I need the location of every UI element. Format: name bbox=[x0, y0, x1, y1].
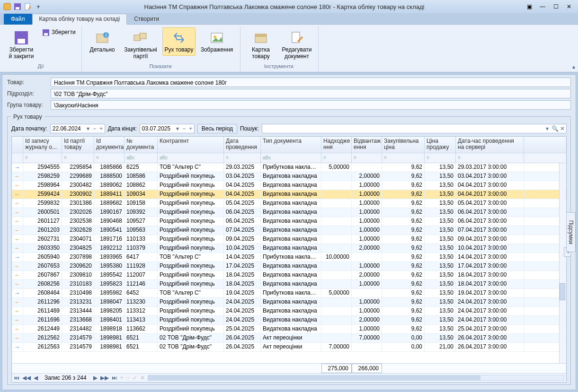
movement-button[interactable]: Рух товару bbox=[162, 27, 196, 56]
arrow-out-icon: ← bbox=[12, 262, 23, 270]
search-icon[interactable]: 🔍 bbox=[551, 125, 559, 132]
nav-first-icon[interactable]: ⏮ bbox=[14, 375, 19, 381]
horizontal-scrollbar[interactable] bbox=[148, 375, 564, 381]
nav-next-icon[interactable]: ▶ bbox=[93, 375, 98, 381]
table-row[interactable]: ←259983223013861889682109158Роздрібний п… bbox=[12, 199, 566, 208]
arrow-out-icon: ← bbox=[12, 199, 23, 208]
table-row[interactable]: ←260112723025381890468109527Роздрібний п… bbox=[12, 217, 566, 226]
search-dropdown-icon[interactable]: ▾ bbox=[543, 125, 551, 132]
column-filter[interactable] bbox=[12, 153, 23, 163]
detail-button[interactable]: iДетально bbox=[86, 27, 119, 56]
save-button[interactable]: Зберегти bbox=[41, 27, 77, 38]
column-header[interactable]: Відвантаж ення bbox=[352, 137, 382, 153]
purchase-batches-button[interactable]: Закупівельні партії bbox=[122, 27, 160, 62]
table-row[interactable]: ←260765323096201895380111928Роздрібний п… bbox=[12, 262, 566, 271]
minimize-icon[interactable]: — bbox=[539, 3, 546, 10]
svg-rect-0 bbox=[4, 3, 10, 10]
column-filter[interactable]: aBc bbox=[158, 153, 224, 163]
column-filter[interactable]: = bbox=[224, 153, 261, 163]
column-header[interactable]: Id партії товару bbox=[62, 137, 94, 153]
table-row[interactable]: →2605940230789818939656417ТОВ "Альтер С"… bbox=[12, 253, 566, 262]
table-row[interactable]: ←261256223145791898981652102 ТОВ "Дрім-Ф… bbox=[12, 334, 566, 343]
edit-document-button[interactable]: Редагувати документ bbox=[280, 27, 313, 62]
column-filter[interactable]: = bbox=[62, 153, 94, 163]
table-row[interactable]: ←260825623101831895823112146Роздрібний п… bbox=[12, 280, 566, 289]
column-header[interactable]: Ціна продажу bbox=[425, 137, 456, 153]
summary-side-tab[interactable]: Підсумки bbox=[566, 212, 576, 252]
date-dropdown-icon[interactable]: ▾ bbox=[174, 125, 181, 132]
product-card-button[interactable]: Картка товару bbox=[244, 27, 277, 62]
column-header[interactable]: Дата-час проведення на сервері bbox=[456, 137, 524, 153]
table-row[interactable]: ←260335023048251892212110379Роздрібний п… bbox=[12, 244, 566, 253]
table-row[interactable]: ←260050123020261890167109392Роздрібний п… bbox=[12, 208, 566, 217]
column-header[interactable]: Закупівельна ціна bbox=[382, 137, 425, 153]
window-title: Насіння ТМ Справжня Полтавська Лакомка с… bbox=[43, 3, 526, 10]
column-filter[interactable]: = bbox=[23, 153, 62, 163]
nav-cancel-icon[interactable]: ✕ bbox=[140, 375, 145, 381]
close-icon[interactable]: ✕ bbox=[566, 3, 572, 10]
nav-prev-icon[interactable]: ◀ bbox=[34, 375, 38, 381]
maximize-icon[interactable]: ☐ bbox=[552, 3, 559, 10]
table-row[interactable]: ←259942423009021889411109034Роздрібний п… bbox=[12, 190, 566, 199]
nav-nextpage-icon[interactable]: ▶▶ bbox=[100, 375, 109, 381]
table-row[interactable]: ←259896423004821889062108862Роздрібний п… bbox=[12, 181, 566, 190]
full-period-button[interactable]: Весь період bbox=[197, 124, 237, 133]
minus-icon[interactable]: − bbox=[181, 125, 187, 132]
column-filter[interactable]: = bbox=[352, 153, 382, 163]
column-header[interactable]: № документа bbox=[124, 137, 158, 153]
nav-add-icon[interactable]: + bbox=[120, 375, 124, 381]
minus-icon[interactable]: − bbox=[91, 125, 98, 132]
plus-icon[interactable]: + bbox=[187, 125, 194, 132]
column-header[interactable]: Надходже ння bbox=[321, 137, 352, 153]
column-header[interactable]: Id запису журналу о... bbox=[23, 137, 62, 153]
column-filter[interactable]: = bbox=[321, 153, 352, 163]
table-row[interactable]: ←261146923134441898205113312Роздрібний п… bbox=[12, 307, 566, 316]
pin-icon[interactable]: ▣ bbox=[526, 3, 533, 10]
tab-file[interactable]: Файл bbox=[4, 14, 32, 25]
table-row[interactable]: →2594555229585418858666225ТОВ "Альтер С"… bbox=[12, 163, 566, 172]
column-filter[interactable]: = bbox=[382, 153, 425, 163]
ribbon-collapse-icon[interactable]: ▴ bbox=[572, 63, 575, 70]
date-start-input[interactable]: ▾−+ bbox=[50, 124, 105, 133]
group-label: Група товару: bbox=[7, 102, 51, 108]
qat-save-icon[interactable] bbox=[13, 2, 22, 11]
column-filter[interactable]: aBc bbox=[261, 153, 321, 163]
vertical-scrollbar[interactable] bbox=[559, 163, 566, 363]
column-header[interactable] bbox=[12, 137, 23, 153]
date-dropdown-icon[interactable]: ▾ bbox=[85, 125, 91, 132]
save-close-button[interactable]: Зберегти й закрити bbox=[5, 27, 38, 62]
column-filter[interactable]: aBc bbox=[124, 153, 158, 163]
svg-rect-16 bbox=[255, 34, 267, 37]
qat-dropdown-icon[interactable]: ▾ bbox=[34, 2, 43, 11]
nav-last-icon[interactable]: ⏭ bbox=[112, 375, 117, 381]
table-row[interactable]: ←260120323026281890541109563Роздрібний п… bbox=[12, 226, 566, 235]
table-row[interactable]: ←260786723098101895542112007Роздрібний п… bbox=[12, 271, 566, 280]
table-row[interactable]: →2608464231049818959826452ТОВ "Альтер С"… bbox=[12, 289, 566, 298]
qat-doc-icon[interactable] bbox=[24, 2, 32, 11]
plus-icon[interactable]: + bbox=[98, 125, 105, 132]
tab-create[interactable]: Створити bbox=[127, 14, 166, 25]
nav-prevpage-icon[interactable]: ◀◀ bbox=[22, 375, 31, 381]
column-filter[interactable]: = bbox=[425, 153, 456, 163]
image-button[interactable]: Зображення bbox=[198, 27, 235, 56]
column-header[interactable]: Контрагент bbox=[158, 137, 224, 153]
svg-text:i: i bbox=[106, 32, 107, 38]
nav-check-icon[interactable]: ✓ bbox=[133, 375, 137, 381]
column-filter[interactable]: = bbox=[456, 153, 524, 163]
date-end-input[interactable]: ▾−+ bbox=[140, 124, 195, 133]
column-header[interactable]: Id документа bbox=[94, 137, 124, 153]
search-input[interactable]: ▾🔍✕ bbox=[262, 124, 567, 133]
column-header[interactable]: Тип документа bbox=[261, 137, 321, 153]
table-row[interactable]: ←259825922996891888500108586Роздрібний п… bbox=[12, 172, 566, 181]
tab-card[interactable]: Картка обліку товару на складі bbox=[32, 14, 127, 25]
table-row[interactable]: ←260273123040711891716110133Роздрібний п… bbox=[12, 235, 566, 244]
column-header[interactable]: Дата проведення bbox=[224, 137, 261, 153]
nav-delete-icon[interactable]: − bbox=[126, 375, 130, 381]
box-icon bbox=[253, 30, 269, 46]
table-row[interactable]: ←261129623132311898047113230Роздрібний п… bbox=[12, 298, 566, 307]
table-row[interactable]: ←261244923144821898918113662Роздрібний п… bbox=[12, 325, 566, 334]
clear-icon[interactable]: ✕ bbox=[559, 125, 566, 132]
table-row[interactable]: ←261169623136681898401113413Роздрібний п… bbox=[12, 316, 566, 325]
table-row[interactable]: →261256323145791898981652102 ТОВ "Дрім-Ф… bbox=[12, 343, 566, 352]
column-filter[interactable]: = bbox=[94, 153, 124, 163]
